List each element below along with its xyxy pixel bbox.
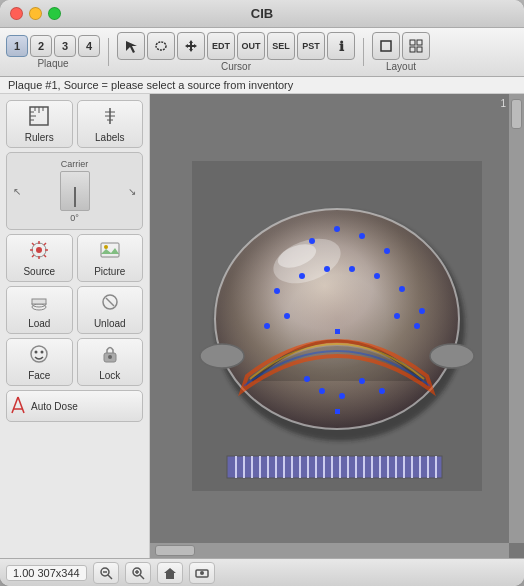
load-button[interactable]: Load — [6, 286, 73, 334]
layout-label: Layout — [386, 61, 416, 72]
toolbar: 1 2 3 4 Plaque — [0, 28, 524, 77]
scrollbar-v-thumb[interactable] — [511, 99, 522, 129]
picture-button[interactable]: Picture — [77, 234, 144, 282]
sidebar: Rulers Labels — [0, 94, 150, 558]
svg-point-70 — [319, 388, 325, 394]
face-lock-row: Face Lock — [6, 338, 143, 386]
tab-4[interactable]: 4 — [78, 35, 100, 57]
load-icon — [28, 291, 50, 316]
layout-section: Layout — [372, 32, 430, 72]
svg-point-69 — [339, 393, 345, 399]
source-picture-row: Source Picture — [6, 234, 143, 282]
labels-label: Labels — [95, 132, 124, 143]
lasso-tool[interactable] — [147, 32, 175, 60]
canvas-page-number: 1 — [500, 98, 506, 109]
face-icon — [28, 343, 50, 368]
svg-point-71 — [304, 376, 310, 382]
canvas-inner: 1 — [150, 94, 524, 558]
select-tool[interactable]: SEL — [267, 32, 295, 60]
auto-dose-label: Auto Dose — [31, 401, 78, 412]
svg-rect-6 — [417, 47, 422, 52]
main-area: Rulers Labels — [0, 94, 524, 558]
scrollbar-horizontal[interactable] — [150, 543, 509, 558]
picture-label: Picture — [94, 266, 125, 277]
source-button[interactable]: Source — [6, 234, 73, 282]
maximize-button[interactable] — [48, 7, 61, 20]
tab-1[interactable]: 1 — [6, 35, 28, 57]
cut-tool[interactable]: OUT — [237, 32, 265, 60]
carrier-panel: ↖ Carrier 0° ↘ — [6, 152, 143, 230]
svg-point-57 — [299, 273, 305, 279]
rulers-icon — [28, 105, 50, 130]
svg-point-61 — [399, 286, 405, 292]
separator-1 — [108, 38, 109, 66]
svg-point-55 — [384, 248, 390, 254]
scrollbar-h-thumb[interactable] — [155, 545, 195, 556]
auto-dose-button[interactable]: Auto Dose — [6, 390, 143, 422]
home-button[interactable] — [157, 562, 183, 584]
labels-button[interactable]: Labels — [77, 100, 144, 148]
source-label: Source — [23, 266, 55, 277]
status-bar-bottom: 1.00 307x344 — [0, 558, 524, 586]
svg-point-39 — [108, 355, 112, 359]
rulers-button[interactable]: Rulers — [6, 100, 73, 148]
svg-marker-1 — [185, 40, 197, 52]
svg-rect-5 — [410, 47, 415, 52]
svg-rect-73 — [335, 409, 340, 414]
svg-line-108 — [140, 575, 144, 579]
svg-point-36 — [35, 351, 38, 354]
status-top: Plaque #1, Source = please select a sour… — [0, 77, 524, 94]
cursor-label: Cursor — [221, 61, 251, 72]
unload-label: Unload — [94, 318, 126, 329]
grid-rect-tool[interactable] — [402, 32, 430, 60]
svg-point-19 — [36, 247, 42, 253]
info-tool[interactable]: ℹ — [327, 32, 355, 60]
svg-rect-2 — [381, 41, 391, 51]
source-icon — [28, 239, 50, 264]
lens-svg — [192, 161, 482, 491]
minimize-button[interactable] — [29, 7, 42, 20]
scrollbar-vertical[interactable] — [509, 94, 524, 543]
zoom-level: 1.00 307x344 — [6, 565, 87, 581]
unload-button[interactable]: Unload — [77, 286, 144, 334]
svg-point-37 — [41, 351, 44, 354]
svg-point-51 — [430, 344, 474, 368]
svg-point-52 — [309, 238, 315, 244]
tab-3[interactable]: 3 — [54, 35, 76, 57]
tab-2[interactable]: 2 — [30, 35, 52, 57]
paste-tool[interactable]: PST — [297, 32, 325, 60]
svg-line-26 — [44, 243, 46, 245]
main-window: CIB 1 2 3 4 Plaque — [0, 0, 524, 586]
svg-point-65 — [394, 313, 400, 319]
svg-line-24 — [32, 243, 34, 245]
zoom-out-button[interactable] — [93, 562, 119, 584]
move-tool[interactable] — [177, 32, 205, 60]
lock-button[interactable]: Lock — [77, 338, 144, 386]
auto-dose-row: Auto Dose — [6, 390, 143, 422]
svg-point-64 — [284, 313, 290, 319]
single-rect-tool[interactable] — [372, 32, 400, 60]
svg-point-62 — [419, 308, 425, 314]
svg-point-58 — [324, 266, 330, 272]
carrier-angle: 0° — [70, 213, 79, 223]
cursor-tool[interactable] — [117, 32, 145, 60]
picture-icon — [99, 239, 121, 264]
svg-line-41 — [18, 397, 24, 413]
close-button[interactable] — [10, 7, 23, 20]
svg-point-67 — [359, 378, 365, 384]
svg-point-29 — [104, 245, 108, 249]
lock-icon — [99, 343, 121, 368]
status-top-text: Plaque #1, Source = please select a sour… — [8, 79, 293, 91]
canvas-area[interactable]: 1 — [150, 94, 524, 558]
face-button[interactable]: Face — [6, 338, 73, 386]
svg-rect-4 — [417, 40, 422, 45]
window-title: CIB — [251, 6, 273, 21]
svg-point-54 — [359, 233, 365, 239]
svg-rect-32 — [32, 299, 46, 304]
edit-tool[interactable]: EDT — [207, 32, 235, 60]
zoom-in-button[interactable] — [125, 562, 151, 584]
separator-2 — [363, 38, 364, 66]
svg-marker-109 — [164, 568, 176, 579]
labels-icon — [99, 105, 121, 130]
view-button[interactable] — [189, 562, 215, 584]
